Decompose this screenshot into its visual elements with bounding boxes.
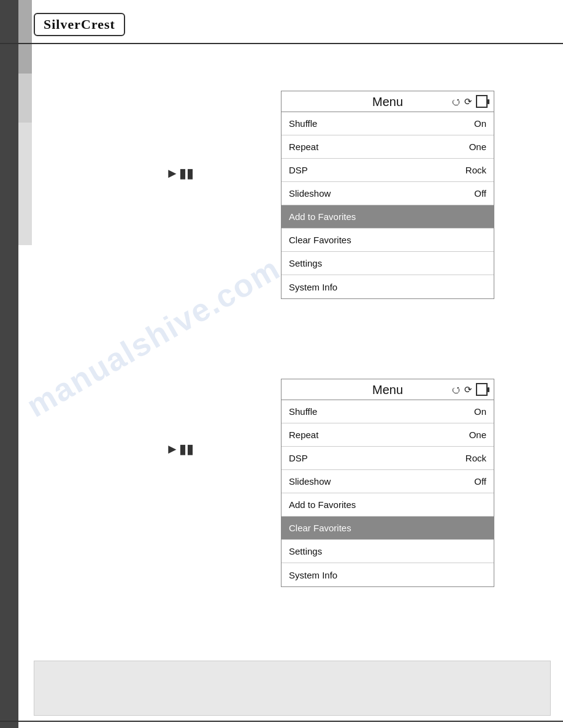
menu-row-shuffle-2[interactable]: Shuffle On <box>282 400 494 423</box>
sidebar-dark-strip <box>0 0 18 728</box>
menu-label-settings-1: Settings <box>289 258 322 268</box>
menu-value-dsp-2: Rock <box>465 453 486 463</box>
menu-label-dsp-2: DSP <box>289 453 308 463</box>
menu-label-dsp-1: DSP <box>289 165 308 175</box>
menu-title-2: Menu <box>372 383 403 396</box>
menu-label-repeat-2: Repeat <box>289 430 318 440</box>
menu-row-repeat-1[interactable]: Repeat One <box>282 135 494 159</box>
menu-row-add-favorites-1[interactable]: Add to Favorites <box>282 205 494 229</box>
menu-label-slideshow-1: Slideshow <box>289 188 331 199</box>
menu-row-settings-1[interactable]: Settings <box>282 252 494 275</box>
watermark-overlay: manualshive.com <box>37 92 270 582</box>
menu-value-slideshow-1: Off <box>474 188 486 199</box>
menu-row-dsp-2[interactable]: DSP Rock <box>282 447 494 470</box>
brand-logo: SilverCrest <box>34 13 125 36</box>
sidebar-mid-strip <box>18 74 32 123</box>
menu-row-sysinfo-1[interactable]: System Info <box>282 275 494 298</box>
menu-row-clear-favorites-2[interactable]: Clear Favorites <box>282 517 494 540</box>
menu-panel-1: ⭯ ⟳ Menu Shuffle On Repeat One DSP Rock … <box>281 91 494 299</box>
repeat-icon-1: ⟳ <box>464 96 472 107</box>
menu-label-shuffle-1: Shuffle <box>289 118 317 129</box>
play-pause-icon-2[interactable]: ►▮▮ <box>166 441 194 457</box>
menu-label-clear-favorites-1: Clear Favorites <box>289 235 351 245</box>
battery-icon-1 <box>476 95 488 108</box>
menu-label-add-favorites-2: Add to Favorites <box>289 499 356 510</box>
sidebar-bottom-strip <box>18 123 32 245</box>
menu-header-1: ⭯ ⟳ Menu <box>282 91 494 112</box>
watermark-text: manualshive.com <box>20 249 286 424</box>
shuffle-icon-2: ⭯ <box>451 384 461 395</box>
menu-status-icons-2: ⭯ ⟳ <box>451 383 488 396</box>
menu-label-clear-favorites-2: Clear Favorites <box>289 523 351 533</box>
menu-row-settings-2[interactable]: Settings <box>282 540 494 563</box>
menu-title-1: Menu <box>372 95 403 108</box>
repeat-icon-2: ⟳ <box>464 384 472 395</box>
menu-row-slideshow-1[interactable]: Slideshow Off <box>282 182 494 205</box>
menu-label-shuffle-2: Shuffle <box>289 406 317 417</box>
menu-row-add-favorites-2[interactable]: Add to Favorites <box>282 493 494 517</box>
menu-header-2: ⭯ ⟳ Menu <box>282 379 494 400</box>
play-pause-icon-1[interactable]: ►▮▮ <box>166 165 194 181</box>
battery-icon-2 <box>476 383 488 396</box>
menu-value-slideshow-2: Off <box>474 476 486 487</box>
menu-value-repeat-2: One <box>469 430 486 440</box>
menu-value-shuffle-1: On <box>474 118 486 129</box>
menu-status-icons-1: ⭯ ⟳ <box>451 95 488 108</box>
menu-value-dsp-1: Rock <box>465 165 486 175</box>
menu-label-repeat-1: Repeat <box>289 142 318 152</box>
footer-divider <box>0 721 563 722</box>
menu-row-slideshow-2[interactable]: Slideshow Off <box>282 470 494 493</box>
menu-row-repeat-2[interactable]: Repeat One <box>282 423 494 447</box>
bottom-content-box <box>34 661 551 716</box>
menu-value-shuffle-2: On <box>474 406 486 417</box>
menu-label-sysinfo-2: System Info <box>289 570 337 580</box>
menu-label-add-favorites-1: Add to Favorites <box>289 211 356 222</box>
menu-panel-2: ⭯ ⟳ Menu Shuffle On Repeat One DSP Rock … <box>281 379 494 587</box>
menu-row-sysinfo-2[interactable]: System Info <box>282 563 494 586</box>
menu-label-settings-2: Settings <box>289 546 322 556</box>
menu-label-sysinfo-1: System Info <box>289 282 337 292</box>
header-divider <box>0 43 563 44</box>
menu-value-repeat-1: One <box>469 142 486 152</box>
menu-row-dsp-1[interactable]: DSP Rock <box>282 159 494 182</box>
menu-row-shuffle-1[interactable]: Shuffle On <box>282 112 494 135</box>
header: SilverCrest <box>34 6 551 43</box>
sidebar-light-top-strip <box>18 0 32 74</box>
menu-row-clear-favorites-1[interactable]: Clear Favorites <box>282 229 494 252</box>
menu-label-slideshow-2: Slideshow <box>289 476 331 487</box>
shuffle-icon-1: ⭯ <box>451 96 461 107</box>
